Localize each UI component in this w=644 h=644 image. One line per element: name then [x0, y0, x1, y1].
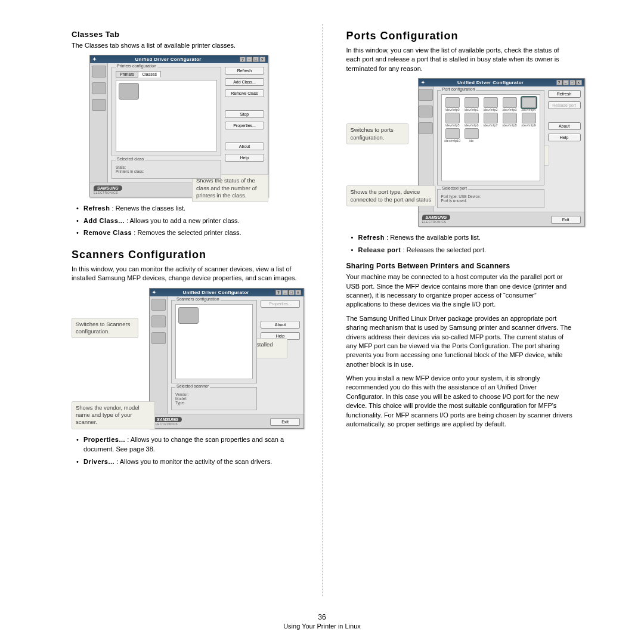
app-sidebar: [90, 63, 108, 182]
column-divider: [322, 24, 323, 596]
port-nav-icon[interactable]: [92, 99, 106, 111]
samsung-sub: ELECTRONICS: [422, 220, 451, 224]
scanner-nav-icon[interactable]: [419, 106, 433, 117]
properties-button[interactable]: Properties...: [225, 122, 264, 129]
page-number: 36: [0, 613, 644, 621]
bullet-remove-class: Remove Class : Removes the selected prin…: [79, 228, 298, 238]
maximize-icon[interactable]: □: [289, 290, 295, 295]
samsung-logo: SAMSUNG: [153, 417, 182, 422]
about-button[interactable]: About: [548, 122, 581, 130]
page-caption: Using Your Printer in Linux: [0, 623, 644, 630]
port-icon[interactable]: [484, 97, 498, 108]
port-icon[interactable]: [484, 113, 498, 123]
about-button[interactable]: About: [225, 143, 264, 150]
sharing-p1: Your machine may be connected to a host …: [346, 273, 573, 309]
samsung-sub: ELECTRONICS: [94, 191, 122, 194]
group-label: Printers configuration: [116, 64, 157, 68]
callout-switch-ports: Switches to ports configuration.: [346, 123, 408, 144]
port-nav-icon[interactable]: [151, 332, 166, 344]
scanner-icon: [178, 307, 199, 324]
bullet-drivers: Drivers... : Allows you to monitor the a…: [79, 457, 298, 467]
maximize-icon[interactable]: □: [253, 57, 259, 62]
bullet-refresh: Refresh : Renews the classes list.: [79, 203, 298, 213]
minimize-icon[interactable]: –: [246, 57, 252, 62]
minimize-icon[interactable]: –: [282, 290, 288, 295]
bullet-refresh-ports: Refresh : Renews the available ports lis…: [354, 233, 573, 243]
properties-button[interactable]: Properties...: [261, 300, 300, 308]
titlebar: ✦ Unified Driver Configurator ? – □ ×: [150, 289, 304, 296]
ports-heading: Ports Configuration: [346, 30, 573, 42]
titlebar-icon: ✦: [152, 290, 156, 295]
help-icon[interactable]: ?: [240, 57, 246, 62]
port-icon[interactable]: [465, 128, 479, 139]
app-sidebar: [150, 296, 168, 414]
selected-scanner-label: Selected scanner: [175, 384, 210, 388]
release-port-button[interactable]: Release port: [548, 101, 581, 109]
samsung-sub: ELECTRONICS: [153, 422, 182, 426]
help-icon[interactable]: ?: [556, 80, 562, 85]
selected-class-label: Selected class: [116, 157, 145, 161]
printer-nav-icon[interactable]: [151, 299, 166, 311]
port-icon[interactable]: [522, 113, 536, 123]
window-controls[interactable]: ? – □ ×: [556, 80, 582, 85]
printer-nav-icon[interactable]: [92, 66, 106, 78]
refresh-button[interactable]: Refresh: [548, 90, 581, 98]
exit-button[interactable]: Exit: [270, 418, 300, 426]
help-button[interactable]: Help: [548, 134, 581, 141]
maximize-icon[interactable]: □: [569, 80, 575, 85]
about-button[interactable]: About: [261, 321, 300, 329]
callout-vendor: Shows the vendor, model name and type of…: [72, 401, 155, 429]
close-icon[interactable]: ×: [576, 80, 582, 85]
port-icon[interactable]: [465, 113, 479, 123]
window-controls[interactable]: ? – □ ×: [240, 57, 265, 62]
help-icon[interactable]: ?: [275, 290, 281, 295]
ports-desc: In this window, you can view the list of…: [346, 46, 573, 73]
scanner-nav-icon[interactable]: [92, 82, 106, 94]
titlebar: ✦ Unified Driver Configurator ? – □ ×: [419, 79, 584, 86]
remove-class-button[interactable]: Remove Class: [225, 89, 264, 97]
bullet-release-port: Release port : Releases the selected por…: [354, 245, 573, 255]
close-icon[interactable]: ×: [259, 57, 265, 62]
selected-port-label: Selected port: [441, 186, 468, 190]
printer-icon: [119, 83, 139, 100]
titlebar-icon: ✦: [421, 80, 425, 85]
sharing-p3: When you install a new MFP device onto y…: [346, 374, 573, 429]
port-icon[interactable]: [445, 97, 460, 108]
sharing-heading: Sharing Ports Between Printers and Scann…: [346, 262, 573, 270]
add-class-button[interactable]: Add Class...: [225, 78, 264, 86]
classes-tab-desc: The Classes tab shows a list of availabl…: [72, 41, 298, 50]
tab-printers[interactable]: Printers: [116, 71, 138, 78]
classes-tab-heading: Classes Tab: [72, 30, 298, 39]
exit-button[interactable]: Exit: [551, 216, 581, 224]
page-footer: 36 Using Your Printer in Linux: [0, 613, 644, 630]
tab-classes[interactable]: Classes: [138, 71, 161, 78]
state-label: State:: [116, 165, 217, 169]
count-label: Printers in class:: [116, 169, 217, 174]
port-nav-icon[interactable]: [419, 122, 433, 134]
port-icon[interactable]: [445, 113, 460, 123]
bullet-add-class: Add Class... : Allows you to add a new p…: [79, 216, 298, 226]
close-icon[interactable]: ×: [295, 290, 301, 295]
scanners-heading: Scanners Configuration: [72, 249, 298, 261]
window-controls[interactable]: ? – □ ×: [275, 290, 301, 295]
refresh-button[interactable]: Refresh: [225, 67, 264, 75]
window-title: Unified Driver Configurator: [457, 80, 524, 85]
port-icon[interactable]: [503, 113, 517, 123]
port-icon-selected[interactable]: [522, 97, 536, 108]
samsung-logo: SAMSUNG: [422, 215, 451, 220]
port-icon[interactable]: [445, 128, 460, 139]
printer-nav-icon[interactable]: [419, 89, 433, 101]
port-icon[interactable]: [465, 97, 479, 108]
port-icon[interactable]: [503, 97, 517, 108]
samsung-logo: SAMSUNG: [94, 185, 122, 191]
minimize-icon[interactable]: –: [563, 80, 569, 85]
titlebar-icon: ✦: [92, 57, 97, 62]
window-title: Unified Driver Configurator: [183, 290, 249, 295]
group-label: Port configuration: [441, 87, 476, 91]
titlebar: ✦ Unified Driver Configurator ? – □ ×: [90, 55, 268, 63]
stop-button[interactable]: Stop: [225, 110, 264, 118]
scanner-nav-icon[interactable]: [151, 315, 166, 327]
window-title: Unified Driver Configurator: [135, 57, 202, 62]
callout-switch-scanners: Switches to Scanners configuration.: [72, 318, 138, 339]
help-button[interactable]: Help: [225, 154, 264, 162]
